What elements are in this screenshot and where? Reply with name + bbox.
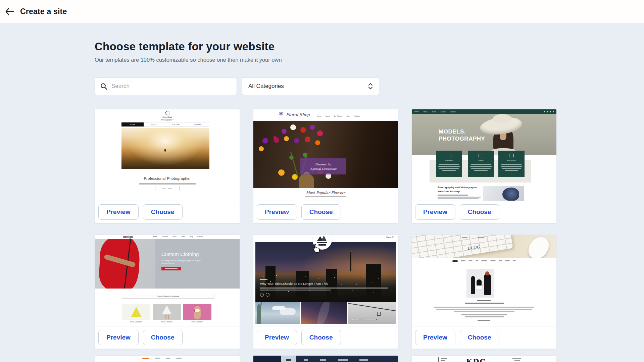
thumb-brand: SG Design — [123, 235, 133, 239]
blur-bar — [438, 197, 481, 198]
choose-button[interactable]: Choose — [301, 204, 341, 220]
thumb-nav: HOME ABOUT GALLERY CONTACT — [121, 122, 209, 127]
blur-bar — [471, 168, 491, 169]
thumb-section-title: Most Popular Flowers — [253, 191, 398, 195]
tile-caption: Welcome to Our Blog Feature — [350, 318, 377, 320]
search-input[interactable] — [111, 83, 231, 90]
thumb-headline: Professional Photographer — [95, 176, 240, 180]
back-button[interactable] — [3, 5, 16, 18]
thumb-subline: Creating custom clothing designs for all… — [161, 260, 201, 262]
thumb-nav-item: Our Flowers — [334, 115, 342, 117]
thumb-nav — [412, 258, 556, 263]
thumb-red-cta-button — [161, 267, 181, 270]
category-select[interactable]: All Categories — [242, 77, 379, 95]
template-gallery-page: Choose template for your website Our tem… — [0, 23, 644, 362]
divider — [121, 172, 209, 172]
blur-bar — [471, 164, 491, 165]
leg-shape — [165, 315, 166, 319]
blur-bar — [461, 314, 507, 315]
thumb-logo-block — [253, 356, 281, 362]
arrow-left-icon — [5, 8, 14, 15]
blur-bar — [338, 359, 348, 361]
template-card-floral-shop: ✾ Floral Shop Home About Our Flowers Sto… — [253, 109, 398, 223]
thumb-gallery-button: GALLERY — [155, 186, 180, 191]
mouse-cursor-hand-icon — [312, 244, 320, 254]
cable-shape — [348, 303, 396, 312]
cloud-shape — [272, 306, 286, 310]
thumb-hero-sunset-field-image — [121, 128, 209, 169]
thumb-nav-item: Store — [181, 236, 185, 238]
blur-bar — [478, 237, 484, 238]
search-icon — [100, 83, 107, 90]
blur-bar — [176, 358, 182, 359]
choose-button[interactable]: Choose — [460, 330, 499, 345]
template-thumbnail-sg-design[interactable]: SG Design Home Services About Store Blog… — [95, 235, 240, 326]
preview-button[interactable]: Preview — [98, 204, 139, 220]
blur-bar — [142, 358, 149, 359]
keyboard-shape — [412, 235, 513, 258]
banner-line: Special Occasions — [310, 167, 337, 170]
blur-bar — [462, 237, 467, 238]
page-subtitle: Our templates are 100% customizable so c… — [95, 56, 557, 63]
blur-bar — [260, 290, 331, 291]
template-card-sg-design: SG Design Home Services About Store Blog… — [95, 235, 240, 349]
tile-statue-of-liberty-image — [255, 302, 300, 324]
template-thumbnail-models-photography[interactable]: Home About News Gallery Contact MODELS. … — [412, 109, 556, 201]
social-icons — [544, 111, 554, 112]
template-thumbnail-travel-blog[interactable]: Menu ☰ Why Your Titles Should B — [253, 235, 398, 326]
preview-button[interactable]: Preview — [415, 330, 455, 345]
template-thumbnail-floral-shop[interactable]: ✾ Floral Shop Home About Our Flowers Sto… — [253, 109, 398, 201]
thumb-logo-role: Photographer — [95, 119, 240, 121]
template-card-kdc: KDC Preview Choose — [411, 355, 557, 362]
template-thumbnail-recipes[interactable] — [95, 356, 240, 362]
card-actions: Preview Choose — [95, 326, 240, 349]
preview-button[interactable]: Preview — [257, 330, 297, 345]
blur-bar — [477, 300, 491, 301]
preview-button[interactable]: Preview — [257, 204, 297, 220]
film-icon — [447, 154, 451, 157]
blur-bar — [454, 311, 514, 312]
building-shape — [366, 264, 381, 302]
red-dress-photo — [95, 239, 155, 289]
yellow-dress-shape — [131, 307, 141, 317]
template-thumbnail-kdc[interactable]: KDC — [412, 356, 556, 362]
bikini-shape — [195, 309, 200, 312]
card-actions: Preview Choose — [412, 326, 556, 349]
preview-button[interactable]: Preview — [98, 330, 139, 345]
camera-icon — [509, 154, 514, 157]
template-card-travel-blog: Menu ☰ Why Your Titles Should B — [253, 235, 398, 349]
blur-bar — [499, 260, 502, 262]
brand-accent: SG — [123, 235, 127, 239]
blur-bar — [438, 195, 468, 196]
thumb-brand: KDC — [466, 357, 486, 362]
blur-bar — [505, 260, 510, 262]
choose-button[interactable]: Choose — [301, 330, 341, 345]
blur-bar — [461, 260, 465, 262]
blur-bar — [260, 288, 388, 289]
thumb-nav-item: Home — [317, 115, 321, 117]
template-card-recipes: Preview Choose — [95, 355, 240, 362]
choose-button[interactable]: Choose — [460, 204, 499, 220]
thumb-nav-item: Contact — [450, 111, 455, 113]
thumb-nav-item: ABOUT — [144, 122, 166, 126]
chairlift-shape — [360, 309, 363, 313]
thumb-nav-item: Services — [162, 236, 168, 238]
white-dress-shape — [162, 305, 171, 314]
template-thumbnail-dark-portfolio[interactable] — [253, 356, 398, 362]
blur-bar — [442, 170, 456, 171]
thumb-nav: Home About Our Flowers Store Contact — [317, 115, 394, 117]
figure-silhouette — [164, 149, 166, 152]
template-thumbnail-photographer[interactable]: John Clark Photographer HOME ABOUT GALLE… — [95, 109, 240, 201]
thumb-nav-item: Home — [414, 111, 418, 113]
template-card-models-photography: Home About News Gallery Contact MODELS. … — [411, 109, 557, 223]
choose-button[interactable]: Choose — [143, 330, 183, 345]
blur-bar — [166, 358, 170, 359]
thumb-nav-item: About — [172, 236, 177, 238]
template-thumbnail-keyboard-blog[interactable]: BLOG — [412, 235, 556, 326]
preview-button[interactable]: Preview — [415, 204, 455, 220]
thumb-nav-item: GALLERY — [165, 122, 188, 126]
search-box[interactable] — [95, 77, 237, 95]
feature-card-title: Images — [468, 160, 494, 161]
blur-bar — [359, 359, 368, 361]
choose-button[interactable]: Choose — [143, 204, 183, 220]
